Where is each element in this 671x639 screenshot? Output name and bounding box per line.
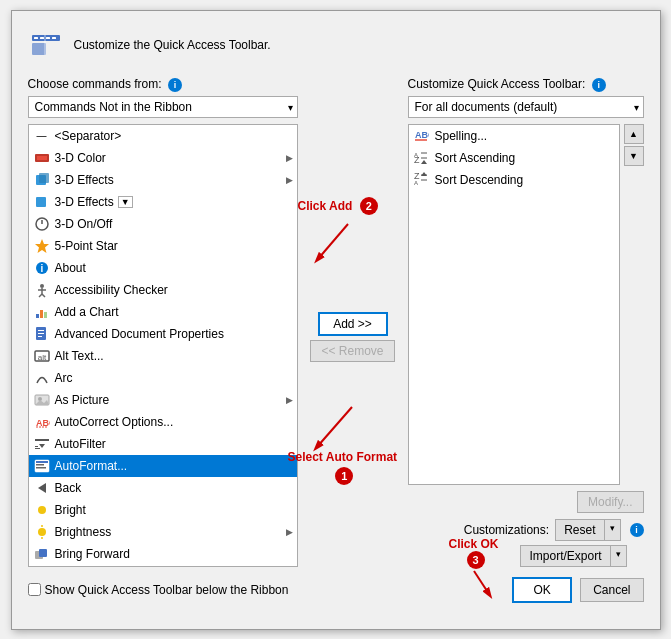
spelling-icon: ABC [413, 127, 431, 145]
list-item[interactable]: alt Alt Text... [29, 345, 297, 367]
svg-point-46 [38, 528, 46, 536]
svg-point-17 [40, 284, 44, 288]
list-item[interactable]: As Picture ▶ [29, 389, 297, 411]
list-item[interactable]: — <Separator> [29, 125, 297, 147]
svg-rect-22 [36, 314, 39, 318]
svg-point-45 [38, 506, 46, 514]
about-icon: i [33, 259, 51, 277]
right-section-label: Customize Quick Access Toolbar: i [408, 77, 644, 92]
toolbar-icon [28, 27, 64, 63]
alt-text-icon: alt [33, 347, 51, 365]
show-toolbar-checkbox-label[interactable]: Show Quick Access Toolbar below the Ribb… [28, 583, 289, 597]
reset-button[interactable]: Reset [556, 520, 604, 540]
list-item[interactable]: 5-Point Star [29, 235, 297, 257]
svg-marker-37 [39, 444, 45, 448]
svg-rect-36 [35, 439, 49, 441]
svg-text:alt: alt [37, 353, 46, 362]
bring-forward-icon [33, 545, 51, 563]
svg-marker-68 [421, 160, 427, 164]
svg-marker-44 [38, 483, 46, 493]
list-item[interactable]: Accessibility Checker [29, 279, 297, 301]
left-list-box[interactable]: — <Separator> 3-D Color ▶ 3-D Effects ▶ [28, 124, 298, 567]
list-item[interactable]: Bring Forward ▶ [29, 565, 297, 567]
list-item[interactable]: Add a Chart [29, 301, 297, 323]
doc-props-icon [33, 325, 51, 343]
sort-descending-icon: ZA [413, 171, 431, 189]
list-item[interactable]: 3-D Color ▶ [29, 147, 297, 169]
right-list-box[interactable]: ABC Spelling... AZ Sort Ascending ZA [408, 124, 620, 485]
svg-rect-43 [36, 467, 46, 469]
customizations-info-icon[interactable]: i [630, 523, 644, 537]
right-dropdown[interactable]: For all documents (default) [408, 96, 644, 118]
svg-rect-50 [39, 549, 47, 557]
svg-rect-4 [46, 37, 50, 39]
right-list-item-spelling[interactable]: ABC Spelling... [409, 125, 619, 147]
footer-right: Click OK 3 OK Cancel [512, 577, 643, 603]
list-item[interactable]: i About [29, 257, 297, 279]
list-item[interactable]: Advanced Document Properties [29, 323, 297, 345]
list-item[interactable]: 3-D On/Off [29, 213, 297, 235]
svg-rect-27 [38, 333, 44, 334]
svg-rect-11 [36, 197, 46, 207]
list-item-autoformat[interactable]: AutoFormat... [29, 455, 297, 477]
dialog-title: Customize the Quick Access Toolbar. [74, 38, 271, 52]
svg-rect-28 [38, 336, 42, 337]
modify-button[interactable]: Modify... [577, 491, 643, 513]
svg-rect-6 [44, 35, 46, 55]
star-icon [33, 237, 51, 255]
list-item[interactable]: Arc [29, 367, 297, 389]
autocorrect-icon: ABC [33, 413, 51, 431]
as-picture-icon [33, 391, 51, 409]
left-dropdown-wrapper: Commands Not in the Ribbon [28, 96, 298, 118]
cancel-button[interactable]: Cancel [580, 578, 643, 602]
list-item[interactable]: 3-D Effects ▶ [29, 169, 297, 191]
list-item[interactable]: Back [29, 477, 297, 499]
remove-button[interactable]: << Remove [310, 340, 394, 362]
left-info-icon[interactable]: i [168, 78, 182, 92]
chart-icon [33, 303, 51, 321]
3d-onoff-icon [33, 215, 51, 233]
svg-text:Z: Z [414, 155, 420, 165]
left-dropdown[interactable]: Commands Not in the Ribbon [28, 96, 298, 118]
left-section-label: Choose commands from: i [28, 77, 298, 92]
svg-rect-2 [34, 37, 38, 39]
show-toolbar-checkbox[interactable] [28, 583, 41, 596]
ok-button[interactable]: OK [512, 577, 572, 603]
sep-icon: — [33, 127, 51, 145]
list-item[interactable]: Brightness ▶ [29, 521, 297, 543]
right-scroll-buttons: ▲ ▼ [624, 124, 644, 485]
list-item[interactable]: AutoFilter [29, 433, 297, 455]
left-panel: Choose commands from: i Commands Not in … [28, 77, 298, 567]
brightness-icon [33, 523, 51, 541]
reset-dropdown-arrow[interactable]: ▾ [605, 520, 620, 540]
right-list-item-sort-asc[interactable]: AZ Sort Ascending [409, 147, 619, 169]
list-item[interactable]: ABC AutoCorrect Options... [29, 411, 297, 433]
svg-rect-3 [40, 37, 44, 39]
svg-rect-23 [40, 310, 43, 318]
svg-marker-14 [35, 239, 49, 253]
autofilter-icon [33, 435, 51, 453]
footer-left: Show Quick Access Toolbar below the Ribb… [28, 583, 289, 597]
right-info-icon[interactable]: i [592, 78, 606, 92]
svg-rect-38 [35, 446, 38, 447]
add-button[interactable]: Add >> [318, 312, 388, 336]
list-item[interactable]: 3-D Effects ▼ [29, 191, 297, 213]
svg-rect-24 [44, 312, 47, 318]
import-export-dropdown-arrow[interactable]: ▾ [611, 546, 626, 566]
svg-rect-42 [36, 464, 44, 466]
right-list-item-sort-desc[interactable]: ZA Sort Descending [409, 169, 619, 191]
list-item[interactable]: Bring Forward [29, 543, 297, 565]
import-export-button[interactable]: Import/Export [521, 546, 610, 566]
scroll-down-button[interactable]: ▼ [624, 146, 644, 166]
right-panel: Customize Quick Access Toolbar: i For al… [408, 77, 644, 567]
3d-color-icon [33, 149, 51, 167]
back-icon [33, 479, 51, 497]
svg-text:A: A [414, 180, 418, 186]
arc-icon [33, 369, 51, 387]
reset-split-button: Reset ▾ [555, 519, 620, 541]
scroll-up-button[interactable]: ▲ [624, 124, 644, 144]
list-item[interactable]: Bright [29, 499, 297, 521]
middle-controls: Add >> << Remove [308, 77, 398, 567]
svg-text:i: i [40, 263, 43, 274]
import-export-split-button: Import/Export ▾ [520, 545, 626, 567]
